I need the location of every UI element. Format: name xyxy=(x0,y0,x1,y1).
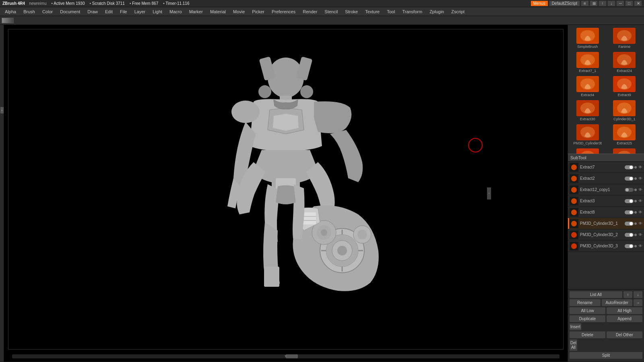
brush-item-11[interactable]: Extract23 xyxy=(607,147,643,154)
restore-button[interactable]: □ xyxy=(625,1,633,6)
active-mem: • Active Mem 1930 xyxy=(51,1,85,6)
menu-item-marker[interactable]: Marker xyxy=(186,8,206,15)
subtool-toggle-6[interactable] xyxy=(625,233,634,237)
brush-item-5[interactable]: Extract9 xyxy=(607,75,643,98)
eye-icon-5[interactable]: 👁 xyxy=(638,221,642,226)
right-panel-collapse-button[interactable]: › xyxy=(487,187,491,200)
eye-icon-7[interactable]: 👁 xyxy=(638,244,642,248)
subtool-name-7: PM3D_Cylinder3D_3 xyxy=(580,244,625,248)
brush-item-9[interactable]: Extract25 xyxy=(607,123,643,146)
minimize-button[interactable]: ─ xyxy=(617,1,624,6)
menu-item-tool[interactable]: Tool xyxy=(384,8,398,15)
brush-item-8[interactable]: PM3D_Cylinder3t xyxy=(570,123,606,146)
subtool-thumb-3 xyxy=(570,197,578,206)
menu-item-draw[interactable]: Draw xyxy=(84,8,101,15)
vis-dot-3 xyxy=(634,200,637,202)
menu-item-color[interactable]: Color xyxy=(39,8,56,15)
subtool-toggle-3[interactable] xyxy=(625,199,634,203)
subtool-toggle-5[interactable] xyxy=(625,222,634,226)
menu-item-movie[interactable]: Movie xyxy=(230,8,248,15)
eye-icon-0[interactable]: 👁 xyxy=(638,165,642,169)
menus-button[interactable]: Menus xyxy=(531,1,548,6)
subtool-toggle-4[interactable] xyxy=(625,210,634,214)
subtool-row-7[interactable]: PM3D_Cylinder3D_3👁 xyxy=(568,241,644,252)
canvas-scroll-arrow[interactable]: ▼ xyxy=(284,354,288,358)
subtool-down-button[interactable]: ↓ xyxy=(634,291,642,298)
menu-item-macro[interactable]: Macro xyxy=(166,8,185,15)
subtool-right-button[interactable]: → xyxy=(634,299,642,306)
canvas-area[interactable]: ▼ › xyxy=(4,25,568,362)
append-button[interactable]: Append xyxy=(607,315,642,322)
menu-item-light[interactable]: Light xyxy=(149,8,165,15)
subtool-up-button[interactable]: ↑ xyxy=(623,291,632,298)
brush-item-6[interactable]: Extract30 xyxy=(570,99,606,122)
menu-item-material[interactable]: Material xyxy=(207,8,229,15)
main-layout: › xyxy=(0,25,644,362)
left-collapse-button[interactable]: › xyxy=(0,107,4,113)
menu-item-zscript[interactable]: Zscript xyxy=(448,8,468,15)
subtool-toggle-1[interactable] xyxy=(625,177,634,181)
eye-icon-3[interactable]: 👁 xyxy=(638,199,642,203)
insert-button[interactable]: Insert xyxy=(570,323,581,330)
subtool-controls-3: 👁 xyxy=(625,199,642,203)
subtool-toggle-2[interactable] xyxy=(625,188,634,192)
menu-item-file[interactable]: File xyxy=(117,8,130,15)
split-button[interactable]: Split xyxy=(570,352,642,359)
menu-item-picker[interactable]: Picker xyxy=(249,8,268,15)
brush-item-1[interactable]: Fanime xyxy=(607,27,643,50)
subtool-row-4[interactable]: Extract8👁 xyxy=(568,207,644,218)
close-button[interactable]: ✕ xyxy=(634,1,642,6)
menu-item-brush[interactable]: Brush xyxy=(20,8,38,15)
list-all-button[interactable]: List All xyxy=(570,291,622,298)
brush-name-7: Cylinder3D_1 xyxy=(613,117,636,121)
top-icon-2[interactable]: ⊞ xyxy=(590,1,597,6)
top-icon-1[interactable]: ≡ xyxy=(581,1,588,6)
menu-item-render[interactable]: Render xyxy=(299,8,320,15)
subtool-row-5[interactable]: PM3D_Cylinder3D_1👁 xyxy=(568,218,644,229)
menu-item-zplugin[interactable]: Zplugin xyxy=(426,8,447,15)
eye-icon-4[interactable]: 👁 xyxy=(638,210,642,214)
subtool-row-3[interactable]: Extract3👁 xyxy=(568,195,644,207)
del-other-button[interactable]: Del Other xyxy=(607,331,642,338)
autoreorder-button[interactable]: AutoReorder xyxy=(602,299,633,306)
delete-button[interactable]: Delete xyxy=(570,331,605,338)
rename-button[interactable]: Rename xyxy=(570,299,601,306)
subtool-btn-row-3: All Low All High xyxy=(570,307,642,314)
brush-item-4[interactable]: Extract4 xyxy=(570,75,606,98)
menu-item-alpha[interactable]: Alpha xyxy=(2,8,19,15)
timer: • Timer›11.116 xyxy=(163,1,189,6)
subtool-row-1[interactable]: Extract2👁 xyxy=(568,173,644,184)
brush-item-10[interactable]: Extract24 xyxy=(570,147,606,154)
model-svg xyxy=(165,33,407,323)
menu-item-layer[interactable]: Layer xyxy=(131,8,149,15)
subtool-row-2[interactable]: Extract12_copy1👁 xyxy=(568,184,644,195)
menu-item-document[interactable]: Document xyxy=(57,8,83,15)
menu-item-preferences[interactable]: Preferences xyxy=(268,8,299,15)
all-high-button[interactable]: All High xyxy=(607,307,642,314)
color-swatch[interactable] xyxy=(2,18,14,23)
del-all-button[interactable]: Del All xyxy=(570,339,577,351)
subtool-toggle-7[interactable] xyxy=(625,244,634,248)
top-icon-4[interactable]: ↓ xyxy=(608,1,615,6)
brush-name-1: Fanime xyxy=(618,45,630,49)
brush-item-0[interactable]: SimpleBrush xyxy=(570,27,606,50)
all-low-button[interactable]: All Low xyxy=(570,307,605,314)
menu-item-edit[interactable]: Edit xyxy=(102,8,116,15)
eye-icon-6[interactable]: 👁 xyxy=(638,232,642,237)
menu-item-transform[interactable]: Transform xyxy=(399,8,425,15)
top-icon-3[interactable]: ↑ xyxy=(599,1,606,6)
brush-item-3[interactable]: Extract24 xyxy=(607,51,643,74)
duplicate-button[interactable]: Duplicate xyxy=(570,315,605,322)
eye-icon-1[interactable]: 👁 xyxy=(638,176,642,181)
subtool-row-0[interactable]: Extract7👁 xyxy=(568,162,644,173)
brush-item-2[interactable]: Extract7_1 xyxy=(570,51,606,74)
subtool-toggle-0[interactable] xyxy=(625,165,634,169)
subtool-btn-row-6: Delete Del Other xyxy=(570,331,642,338)
eye-icon-2[interactable]: 👁 xyxy=(638,187,642,192)
brush-item-7[interactable]: Cylinder3D_1 xyxy=(607,99,643,122)
menu-item-texture[interactable]: Texture xyxy=(362,8,383,15)
menu-item-stroke[interactable]: Stroke xyxy=(342,8,361,15)
script-button[interactable]: DefaultZScript xyxy=(549,1,580,6)
menu-item-stencil[interactable]: Stencil xyxy=(321,8,341,15)
subtool-row-6[interactable]: PM3D_Cylinder3D_2👁 xyxy=(568,229,644,241)
